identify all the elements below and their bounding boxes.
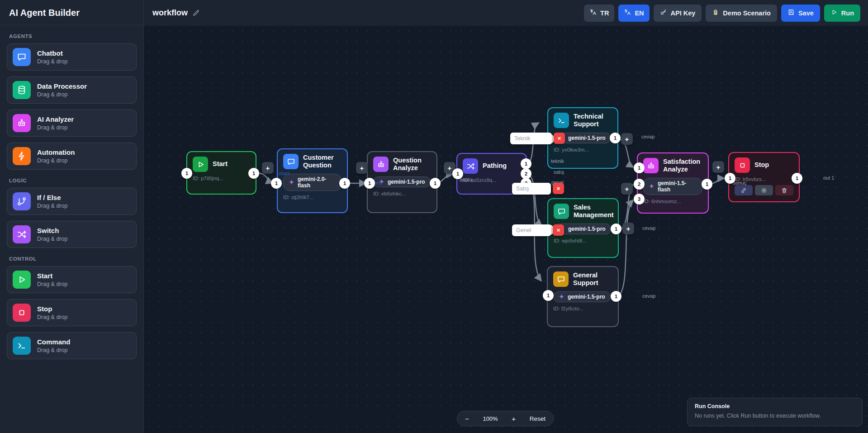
node-header: Start — [193, 157, 250, 172]
node-handle[interactable]: 1 — [339, 178, 350, 189]
node-handle[interactable]: 1 — [725, 173, 735, 184]
model-pill[interactable]: gemini-1.5-flash — [643, 178, 702, 195]
run-console-title: Run Console — [695, 403, 855, 409]
section-label: AGENTS — [9, 33, 134, 39]
node-handle[interactable]: 1 — [610, 133, 621, 143]
node-handle[interactable]: 1 — [181, 168, 192, 179]
palette-item-title: Data Processor — [37, 82, 87, 90]
node-handle[interactable]: 3 — [634, 194, 645, 205]
node-handle[interactable]: 1 — [364, 178, 375, 189]
palette-item-switch[interactable]: SwitchDrag & drop — [7, 221, 137, 248]
stopsq-icon — [13, 304, 31, 322]
clipboard-icon — [712, 9, 719, 17]
workflow-canvas[interactable]: − 100% + Reset Run Console No runs yet. … — [144, 26, 868, 433]
add-node-on-edge-button[interactable]: + — [356, 162, 368, 174]
node-id: ID: 6nhmsomz... — [643, 199, 702, 204]
node-header: Sales Management — [554, 204, 612, 219]
model-pill[interactable]: gemini-1.5-pro — [553, 291, 611, 302]
node-id: ID: yx0lkw3m... — [554, 147, 612, 152]
node-handle[interactable]: 1 — [543, 290, 554, 301]
model-pill[interactable]: gemini-1.5-pro — [373, 176, 431, 187]
node-title: Stop — [754, 161, 769, 169]
palette-item-text: ChatbotDrag & drop — [37, 49, 67, 65]
add-node-on-edge-button[interactable]: + — [622, 223, 634, 234]
robot-icon — [13, 114, 31, 132]
palette-item-subtitle: Drag & drop — [37, 58, 67, 65]
palette-item-chatbot[interactable]: ChatbotDrag & drop — [7, 43, 137, 71]
edge-label: analiz — [460, 177, 473, 182]
palette-item-if-else[interactable]: If / ElseDrag & drop — [7, 188, 137, 215]
palette-item-text: StopDrag & drop — [37, 305, 67, 320]
edit-workflow-name-icon[interactable] — [192, 9, 200, 17]
node-handle[interactable]: 1 — [634, 162, 645, 173]
model-pill[interactable]: gemini-2.0-flash — [283, 174, 342, 191]
palette-item-text: Data ProcessorDrag & drop — [37, 82, 87, 98]
edge-label: teknik — [551, 158, 564, 164]
edge-label: cevap — [642, 225, 655, 231]
node-id: ID: f2yi5cto... — [553, 306, 612, 311]
delete-case-button[interactable]: × — [553, 224, 564, 236]
delete-case-button[interactable]: × — [554, 133, 565, 144]
node-handle[interactable]: 1 — [430, 178, 441, 189]
case-label-input[interactable] — [510, 133, 552, 144]
palette-item-title: Chatbot — [37, 49, 67, 57]
gear-button[interactable] — [755, 185, 773, 195]
node-handle[interactable]: 1 — [248, 168, 259, 179]
node-handle[interactable]: 1 — [702, 179, 712, 190]
run-console: Run Console No runs yet. Click Run butto… — [687, 398, 863, 426]
api-key-button[interactable]: API Key — [654, 5, 702, 22]
palette-item-automation[interactable]: AutomationDrag & drop — [7, 143, 137, 170]
node-handle[interactable]: 1 — [452, 168, 463, 179]
add-node-on-edge-button[interactable]: + — [262, 162, 274, 174]
palette-item-command[interactable]: CommandDrag & drop — [7, 332, 137, 359]
run-button[interactable]: Run — [824, 5, 860, 22]
palette-item-subtitle: Drag & drop — [37, 347, 70, 353]
add-node-on-edge-button[interactable]: + — [621, 183, 633, 195]
zoom-reset-button[interactable]: Reset — [530, 415, 545, 422]
node-handle[interactable]: 1 — [611, 224, 621, 234]
node-general-support[interactable]: General Supportgemini-1.5-proID: f2yi5ct… — [547, 266, 619, 327]
demo-scenario-button[interactable]: Demo Scenario — [706, 5, 777, 22]
node-id: ID: stj2h9i7... — [283, 195, 342, 200]
node-header: Question Analyze — [373, 157, 431, 172]
node-customer-question[interactable]: Customer Questiongemini-2.0-flashID: stj… — [277, 148, 348, 213]
node-title: General Support — [573, 271, 612, 287]
add-node-on-edge-button[interactable]: + — [712, 161, 724, 173]
node-handle[interactable]: 1 — [521, 158, 531, 169]
workflow-title: workflow — [152, 8, 188, 18]
robot-icon — [643, 158, 659, 173]
palette-item-title: If / Else — [37, 194, 67, 202]
lang-tr-label: TR — [600, 10, 609, 17]
node-toolbar — [735, 185, 793, 195]
save-button[interactable]: Save — [781, 5, 820, 22]
demo-scenario-label: Demo Scenario — [723, 10, 771, 17]
lang-en-button[interactable]: EN — [618, 5, 649, 22]
palette-item-text: StartDrag & drop — [37, 272, 67, 287]
zoom-in-button[interactable]: + — [512, 415, 516, 423]
node-handle[interactable]: 1 — [792, 173, 802, 184]
gemini-icon — [289, 179, 294, 185]
node-id: ID: p7it5jnq... — [193, 176, 250, 181]
delete-case-button[interactable]: × — [553, 183, 564, 194]
workflow-edges — [144, 26, 868, 433]
add-node-on-edge-button[interactable]: + — [621, 133, 633, 145]
palette-item-stop[interactable]: StopDrag & drop — [7, 299, 137, 326]
node-handle[interactable]: 2 — [634, 179, 645, 190]
node-satisfaction-analyze[interactable]: Satisfaction Analyzegemini-1.5-flashID: … — [637, 152, 709, 214]
node-handle[interactable]: 1 — [271, 178, 282, 189]
chat-icon — [553, 271, 569, 287]
case-label-input[interactable] — [512, 183, 551, 195]
trash-button[interactable] — [775, 185, 793, 195]
palette-item-subtitle: Drag & drop — [37, 203, 67, 209]
node-stop[interactable]: StopID: lr8xvbzs... — [728, 152, 800, 202]
zoom-out-button[interactable]: − — [465, 415, 469, 423]
case-label-input[interactable] — [512, 224, 551, 236]
palette-item-ai-analyzer[interactable]: AI AnalyzerDrag & drop — [7, 109, 137, 137]
node-start[interactable]: StartID: p7it5jnq... — [186, 151, 256, 195]
lang-tr-button[interactable]: TR — [584, 5, 614, 22]
node-header: Stop — [735, 157, 793, 173]
node-handle[interactable]: 1 — [611, 291, 621, 302]
link-button[interactable] — [735, 185, 753, 195]
palette-item-data-processor[interactable]: Data ProcessorDrag & drop — [7, 76, 137, 104]
palette-item-start[interactable]: StartDrag & drop — [7, 266, 137, 293]
